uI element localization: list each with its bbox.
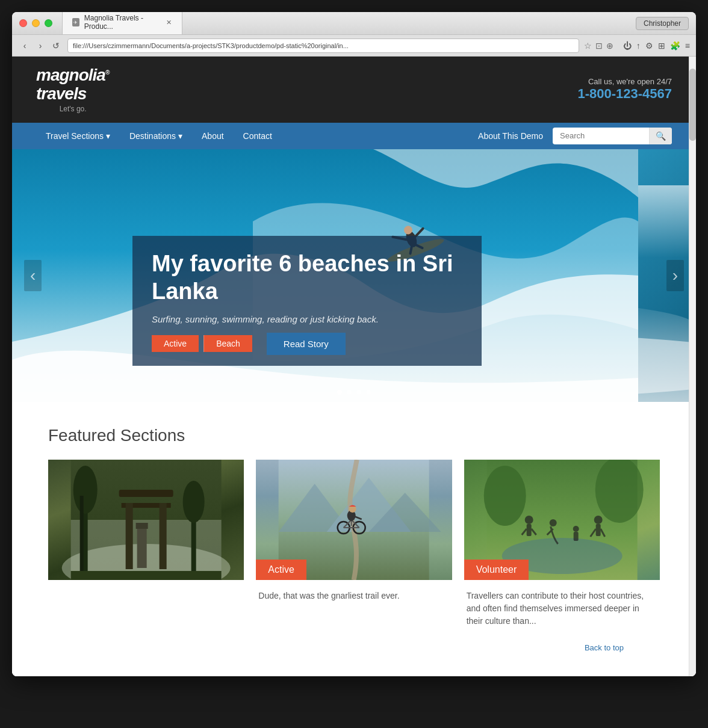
slider-dot-3[interactable] [356,390,361,395]
read-story-button[interactable]: Read Story [267,333,346,355]
scrollbar[interactable] [689,57,696,676]
svg-rect-21 [136,523,148,529]
share-icon[interactable]: ↑ [636,41,641,51]
svg-rect-41 [526,524,531,536]
browser-addressbar: ‹ › ↺ file:///Users/czimmermann/Document… [12,35,696,57]
active-tab[interactable]: ✈ Magnolia Travels - Produc... ✕ [62,12,182,34]
hero-slider: My favorite 6 beaches in Sri Lanka Surfi… [12,149,696,402]
reload-button[interactable]: ↺ [49,39,63,52]
vpn-icon[interactable]: ⊕ [606,41,613,51]
card-active-text: Dude, that was the gnarliest trail ever. [258,590,449,602]
back-to-top-link[interactable]: Back to top [585,643,624,652]
svg-rect-19 [160,503,167,569]
nav-item-about[interactable]: About [192,123,234,149]
website: magnolia® travels Let's go. Call us, we'… [12,57,696,676]
card-active-body: Dude, that was the gnarliest trail ever. [256,580,452,612]
svg-point-46 [573,526,579,532]
card-volunteer[interactable]: Volunteer Travellers can contribute to t… [464,460,660,637]
dropdown-arrow-icon: ▾ [106,131,110,141]
svg-point-37 [483,466,526,526]
browser-content: magnolia® travels Let's go. Call us, we'… [12,57,696,676]
svg-rect-49 [595,524,600,536]
phone-number[interactable]: 1-800-123-4567 [577,86,672,102]
nav-item-travel-sections[interactable]: Travel Sections ▾ [36,123,120,149]
forward-button[interactable]: › [34,39,47,52]
settings-icon[interactable]: ⚙ [645,41,653,51]
tab-title: Magnolia Travels - Produc... [84,14,160,31]
card-japan[interactable] [48,460,244,637]
card-japan-image [48,460,244,580]
browser-toolbar-icons: ⏻ ↑ ⚙ ⊞ 🧩 ≡ [623,41,690,51]
address-icons: ☆ ⊡ ⊕ [584,41,613,51]
hero-subtitle: Surfing, sunning, swimming, reading or j… [152,314,462,324]
extensions-icon[interactable]: 🧩 [670,41,680,51]
site-nav: Travel Sections ▾ Destinations ▾ About C… [12,123,696,149]
card-volunteer-tag[interactable]: Volunteer [464,560,529,580]
search-input[interactable] [553,128,649,144]
power-icon[interactable]: ⏻ [623,41,632,51]
japan-illustration [48,460,244,580]
svg-point-12 [73,466,98,514]
contact-area: Call us, we're open 24/7 1-800-123-4567 [577,77,672,102]
card-japan-body [48,580,244,599]
slider-dot-2[interactable] [347,390,352,395]
search-box: 🔍 [553,128,672,144]
contact-label: Call us, we're open 24/7 [577,77,672,86]
svg-point-40 [524,516,533,524]
card-active-tag[interactable]: Active [256,560,306,580]
browser-tabs: ✈ Magnolia Travels - Produc... ✕ [62,12,182,34]
site-header: magnolia® travels Let's go. Call us, we'… [12,57,696,123]
maximize-button[interactable] [45,19,52,27]
nav-item-contact[interactable]: Contact [234,123,282,149]
svg-point-38 [595,460,643,523]
svg-rect-16 [119,490,173,497]
card-volunteer-body: Travellers can contribute to their host … [464,580,660,637]
user-name-badge: Christopher [636,17,689,30]
slider-next-button[interactable]: › [666,260,684,291]
slider-dot-1[interactable] [337,390,342,395]
card-active-image: Active [256,460,452,580]
nav-item-destinations[interactable]: Destinations ▾ [120,123,192,149]
logo-area: magnolia® travels Let's go. [36,66,110,113]
card-volunteer-text: Travellers can contribute to their host … [467,590,657,628]
traffic-lights [19,19,52,27]
svg-rect-47 [573,532,578,541]
tab-favicon: ✈ [72,18,79,26]
grid-icon[interactable]: ⊞ [658,41,665,51]
nav-items-left: Travel Sections ▾ Destinations ▾ About C… [36,123,553,149]
slider-prev-button[interactable]: ‹ [24,260,42,291]
logo-tagline: Let's go. [36,105,110,113]
cards-grid: Active Dude, that was the gnarliest trai… [48,460,660,637]
back-to-top-area: Back to top [48,637,660,652]
bookmark-icon[interactable]: ☆ [584,41,592,51]
slider-dot-4[interactable] [366,390,371,395]
tab-close-icon[interactable]: ✕ [165,18,172,26]
svg-rect-20 [137,526,147,568]
menu-icon[interactable]: ≡ [685,41,690,51]
reader-icon[interactable]: ⊡ [595,41,603,51]
hero-tag-active[interactable]: Active [152,335,199,352]
svg-point-14 [183,481,205,523]
svg-point-44 [549,519,556,526]
minimize-button[interactable] [32,19,40,27]
site-logo[interactable]: magnolia® travels [36,66,110,103]
close-button[interactable] [19,19,27,27]
svg-point-48 [594,516,602,524]
card-volunteer-image: Volunteer [464,460,660,580]
hero-tags: Active Beach Read Story [152,333,462,355]
address-field[interactable]: file:///Users/czimmermann/Documents/a-pr… [67,39,579,53]
hero-content: My favorite 6 beaches in Sri Lanka Surfi… [12,236,696,365]
card-active[interactable]: Active Dude, that was the gnarliest trai… [256,460,452,637]
address-url: file:///Users/czimmermann/Documents/a-pr… [73,42,349,49]
hero-tag-beach[interactable]: Beach [203,335,252,352]
nav-item-about-demo[interactable]: About This Demo [468,123,553,149]
svg-rect-22 [71,571,222,580]
back-button[interactable]: ‹ [18,39,31,52]
svg-rect-15 [80,496,84,580]
nav-buttons: ‹ › ↺ [18,39,63,52]
search-button[interactable]: 🔍 [649,128,672,144]
hero-title: My favorite 6 beaches in Sri Lanka [152,250,462,305]
svg-rect-18 [126,503,133,569]
hero-text-box: My favorite 6 beaches in Sri Lanka Surfi… [132,236,482,365]
scrollbar-thumb[interactable] [689,69,696,141]
